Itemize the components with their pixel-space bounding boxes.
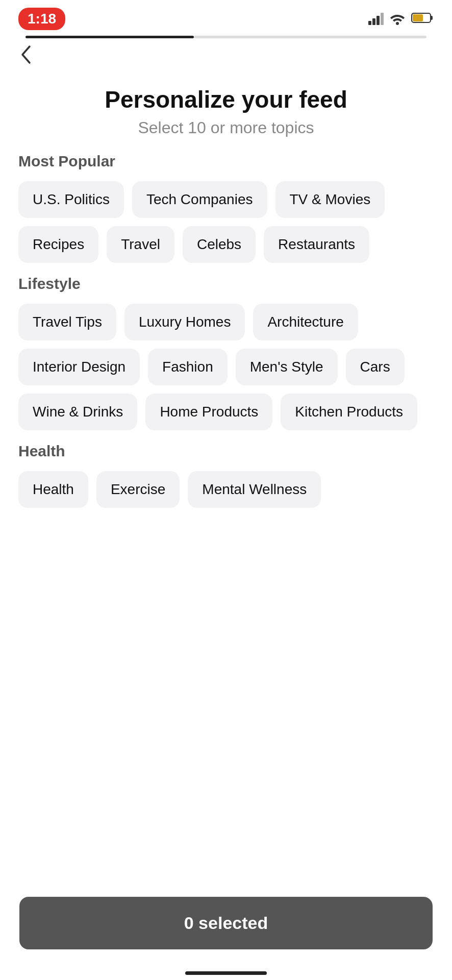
status-time: 1:18 xyxy=(18,8,65,30)
chip-travel-tips[interactable]: Travel Tips xyxy=(18,304,116,340)
chip-cars[interactable]: Cars xyxy=(346,349,405,385)
chip-luxury-homes[interactable]: Luxury Homes xyxy=(124,304,245,340)
chip-celebs[interactable]: Celebs xyxy=(183,226,256,263)
chips-row-most-popular: U.S. PoliticsTech CompaniesTV & MoviesRe… xyxy=(18,181,434,263)
progress-filled xyxy=(26,36,194,38)
chip-tv-movies[interactable]: TV & Movies xyxy=(275,181,385,218)
selected-count-button[interactable]: 0 selected xyxy=(19,897,433,949)
chip-travel[interactable]: Travel xyxy=(107,226,174,263)
signal-icon xyxy=(368,13,384,25)
section-label-most-popular: Most Popular xyxy=(18,153,434,170)
section-lifestyle: LifestyleTravel TipsLuxury HomesArchitec… xyxy=(0,275,452,443)
section-most-popular: Most PopularU.S. PoliticsTech CompaniesT… xyxy=(0,153,452,275)
svg-rect-1 xyxy=(431,16,433,20)
home-indicator xyxy=(185,971,267,975)
chip-fashion[interactable]: Fashion xyxy=(148,349,228,385)
chip-health[interactable]: Health xyxy=(18,471,88,508)
chip-wine-drinks[interactable]: Wine & Drinks xyxy=(18,394,137,430)
header: Personalize your feed Select 10 or more … xyxy=(0,81,452,153)
chip-home-products[interactable]: Home Products xyxy=(145,394,272,430)
section-label-lifestyle: Lifestyle xyxy=(18,275,434,292)
status-icons xyxy=(368,11,434,27)
chip-tech-companies[interactable]: Tech Companies xyxy=(132,181,267,218)
wifi-icon xyxy=(389,11,406,27)
status-bar: 1:18 xyxy=(0,0,452,36)
chip-men-s-style[interactable]: Men's Style xyxy=(236,349,338,385)
back-button[interactable] xyxy=(18,43,38,70)
chip-architecture[interactable]: Architecture xyxy=(253,304,358,340)
page-subtitle: Select 10 or more topics xyxy=(20,118,432,137)
page-title: Personalize your feed xyxy=(20,86,432,113)
svg-rect-2 xyxy=(413,14,423,21)
chips-row-health: HealthExerciseMental Wellness xyxy=(18,471,434,508)
chip-exercise[interactable]: Exercise xyxy=(96,471,180,508)
back-row xyxy=(0,43,452,70)
chip-recipes[interactable]: Recipes xyxy=(18,226,98,263)
chips-row-lifestyle: Travel TipsLuxury HomesArchitectureInter… xyxy=(18,304,434,430)
progress-bar-row xyxy=(0,36,452,38)
chip-restaurants[interactable]: Restaurants xyxy=(264,226,369,263)
chip-u-s-politics[interactable]: U.S. Politics xyxy=(18,181,124,218)
section-label-health: Health xyxy=(18,443,434,460)
chip-mental-wellness[interactable]: Mental Wellness xyxy=(188,471,321,508)
chip-interior-design[interactable]: Interior Design xyxy=(18,349,140,385)
bottom-button-container: 0 selected xyxy=(19,897,433,949)
battery-icon xyxy=(411,11,434,27)
section-health: HealthHealthExerciseMental Wellness xyxy=(0,443,452,520)
sections-container: Most PopularU.S. PoliticsTech CompaniesT… xyxy=(0,153,452,602)
chip-kitchen-products[interactable]: Kitchen Products xyxy=(281,394,417,430)
progress-empty xyxy=(194,36,426,38)
